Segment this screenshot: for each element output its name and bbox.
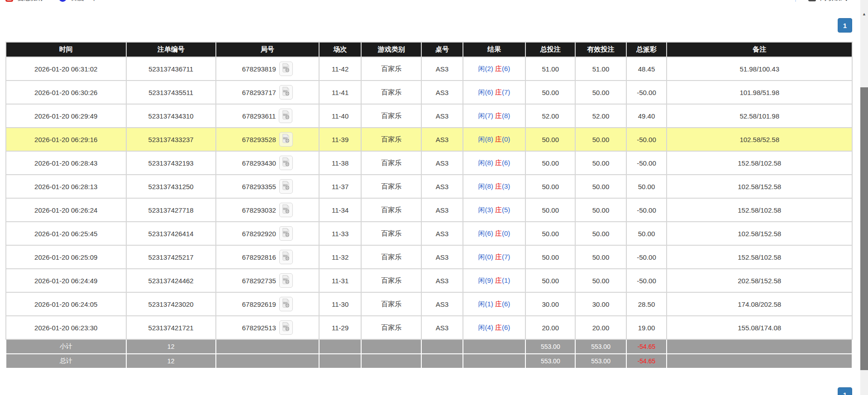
bookmark-favicon-blue[interactable] [59, 0, 67, 2]
cell-total-bet-link[interactable]: 50.00 [525, 222, 575, 245]
cell-total-payout: -50.00 [626, 128, 667, 151]
summary-empty [216, 354, 319, 368]
cell-game-type: 百家乐 [361, 128, 421, 151]
banker-result-value: (7) [502, 88, 510, 96]
cell-total-bet-link[interactable]: 50.00 [525, 128, 575, 151]
summary-empty [319, 339, 361, 354]
banker-result-label: 庄 [495, 206, 502, 214]
banker-result-value: (0) [502, 229, 510, 237]
video-playback-button[interactable] [279, 109, 292, 123]
cell-result: 闲(4) 庄(6) [463, 316, 525, 339]
cell-bet-id: 523137432193 [126, 151, 216, 175]
cell-bet-id: 523137425217 [126, 245, 216, 269]
summary-empty [216, 339, 319, 354]
cell-round-id: 678292619 [216, 292, 319, 316]
cell-table-no: AS3 [421, 292, 463, 316]
reading-mode-label[interactable]: 阅读模式 [820, 0, 847, 2]
cell-bet-id: 523137435511 [126, 81, 216, 104]
banker-result-label: 庄 [495, 229, 502, 237]
video-record-icon [281, 110, 290, 120]
video-playback-button[interactable] [279, 250, 293, 264]
cell-total-bet-link[interactable]: 50.00 [525, 269, 575, 292]
column-header-total_payout: 总派彩 [626, 42, 667, 57]
cell-total-bet-link[interactable]: 20.00 [525, 316, 575, 339]
column-header-round_id: 局号 [216, 42, 319, 57]
scrollbar-up-arrow-icon[interactable]: ▲ [860, 8, 868, 19]
player-result-value: (6) [485, 88, 493, 96]
pagination-page-1-top[interactable]: 1 [838, 18, 852, 33]
cell-round-id: 678292920 [216, 222, 319, 245]
summary-empty [463, 354, 525, 368]
video-playback-button[interactable] [279, 179, 293, 194]
chevron-down-icon[interactable]: ⌄ [101, 0, 105, 1]
cell-bet-id: 523137431250 [126, 175, 216, 198]
banker-result-value: (3) [502, 182, 510, 190]
player-result-value: (0) [485, 253, 493, 261]
cell-session: 11-37 [319, 175, 361, 198]
scrollbar-thumb[interactable] [860, 87, 868, 370]
summary-total-bet: 553.00 [525, 339, 575, 354]
cell-valid-bet: 52.00 [575, 104, 626, 128]
video-playback-button[interactable] [279, 156, 293, 170]
video-playback-button[interactable] [279, 85, 293, 100]
cell-total-bet-link[interactable]: 50.00 [525, 81, 575, 104]
vertical-scrollbar[interactable]: ▲ [860, 0, 868, 395]
table-header-row: 时间注单编号局号场次游戏类别桌号结果总投注有效投注总派彩备注 [6, 42, 852, 57]
cell-game-type: 百家乐 [361, 151, 421, 175]
cell-time: 2026-01-20 06:25:45 [6, 222, 126, 245]
cell-result: 闲(3) 庄(5) [463, 198, 525, 222]
table-row: 2026-01-20 06:29:49523137434310678293611… [6, 104, 852, 128]
pagination-page-1-bottom[interactable]: 1 [838, 387, 852, 395]
banker-result-label: 庄 [495, 112, 502, 119]
bookmark-item[interactable]: 百度一下 [71, 0, 98, 2]
video-playback-button[interactable] [279, 226, 293, 241]
cell-remark: 202.58/152.58 [667, 269, 852, 292]
bookmarks-separator [795, 0, 796, 2]
video-playback-button[interactable] [279, 62, 293, 76]
banker-result-label: 庄 [495, 135, 502, 143]
cell-valid-bet: 50.00 [575, 128, 626, 151]
cell-session: 11-33 [319, 222, 361, 245]
cell-total-bet-link[interactable]: 51.00 [525, 57, 575, 81]
cell-valid-bet: 50.00 [575, 269, 626, 292]
cell-result: 闲(9) 庄(1) [463, 269, 525, 292]
cell-total-bet-link[interactable]: 50.00 [525, 198, 575, 222]
round-number: 678292513 [242, 324, 276, 332]
video-playback-button[interactable] [279, 203, 293, 217]
cell-round-id: 678292513 [216, 316, 319, 339]
cell-valid-bet: 50.00 [575, 245, 626, 269]
cell-total-bet-link[interactable]: 50.00 [525, 245, 575, 269]
column-header-bet_id: 注单编号 [126, 42, 216, 57]
cell-total-bet-link[interactable]: 30.00 [525, 292, 575, 316]
cell-round-id: 678293819 [216, 57, 319, 81]
round-number: 678293032 [242, 206, 276, 214]
round-number: 678292920 [242, 230, 276, 238]
cell-remark: 155.08/174.08 [667, 316, 852, 339]
round-number: 678292619 [242, 300, 276, 308]
table-row: 2026-01-20 06:29:16523137433237678293528… [6, 128, 852, 151]
bookmark-favicon-red[interactable] [5, 0, 13, 2]
cell-round-id: 678292735 [216, 269, 319, 292]
cell-bet-id: 523137421721 [126, 316, 216, 339]
video-playback-button[interactable] [279, 297, 293, 311]
cell-remark: 101.98/51.98 [667, 81, 852, 104]
video-playback-button[interactable] [279, 320, 293, 335]
reading-mode-icon[interactable] [808, 0, 816, 1]
cell-total-payout: -50.00 [626, 245, 667, 269]
cell-game-type: 百家乐 [361, 222, 421, 245]
cell-remark: 152.58/102.58 [667, 151, 852, 175]
cell-session: 11-42 [319, 57, 361, 81]
video-playback-button[interactable] [279, 132, 293, 147]
table-row: 2026-01-20 06:28:13523137431250678293355… [6, 175, 852, 198]
cell-total-bet-link[interactable]: 50.00 [525, 151, 575, 175]
player-result-value: (7) [485, 112, 493, 119]
cell-game-type: 百家乐 [361, 292, 421, 316]
player-result-value: (6) [485, 229, 493, 237]
cell-total-bet-link[interactable]: 52.00 [525, 104, 575, 128]
cell-session: 11-32 [319, 245, 361, 269]
cell-game-type: 百家乐 [361, 316, 421, 339]
cell-total-bet-link[interactable]: 50.00 [525, 175, 575, 198]
table-row: 2026-01-20 06:25:45523137426414678292920… [6, 222, 852, 245]
video-playback-button[interactable] [279, 273, 293, 288]
bookmark-item[interactable]: 变态推荐 [17, 0, 44, 2]
